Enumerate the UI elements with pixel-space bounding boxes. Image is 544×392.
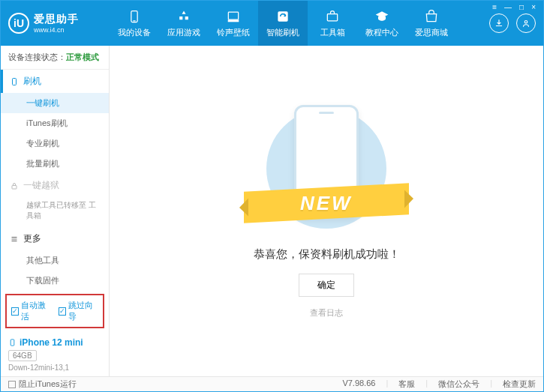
brand-url: www.i4.cn (34, 26, 79, 34)
sidebar-item-pro-flash[interactable]: 专业刷机 (1, 133, 109, 154)
checkbox-label: 阻止iTunes运行 (19, 379, 77, 390)
support-link[interactable]: 客服 (398, 379, 415, 390)
checkbox-block-itunes[interactable]: 阻止iTunes运行 (8, 379, 77, 390)
window-controls: ≡ — □ × (489, 1, 539, 13)
success-message: 恭喜您，保资料刷机成功啦！ (254, 247, 400, 262)
nav-ringtones[interactable]: 铃声壁纸 (209, 1, 258, 46)
sidebar-group-flash[interactable]: 刷机 (1, 70, 109, 93)
logo-icon: iU (8, 13, 29, 34)
store-icon (424, 9, 439, 24)
jailbreak-note: 越狱工具已转移至 工具箱 (1, 197, 109, 227)
download-button[interactable] (489, 13, 509, 33)
options-box: ✓ 自动激活 ✓ 跳过向导 (5, 294, 104, 328)
checkbox-label: 跳过向导 (68, 300, 98, 322)
sidebar-item-itunes-flash[interactable]: iTunes刷机 (1, 113, 109, 133)
more-icon (10, 235, 19, 244)
checkbox-icon: ✓ (59, 307, 66, 316)
group-label: 刷机 (23, 75, 41, 88)
logo-area: iU 爱思助手 www.i4.cn (1, 1, 110, 46)
menu-icon[interactable]: ≡ (489, 3, 500, 11)
refresh-icon (275, 9, 290, 24)
svg-rect-8 (12, 185, 17, 189)
sidebar-item-oneclick-flash[interactable]: 一键刷机 (1, 93, 109, 113)
sidebar: 设备连接状态：正常模式 刷机 一键刷机 iTunes刷机 专业刷机 批量刷机 (1, 46, 110, 378)
sidebar-item-other-tools[interactable]: 其他工具 (1, 250, 109, 271)
device-name[interactable]: iPhone 12 mini (8, 337, 101, 348)
maximize-button[interactable]: □ (516, 3, 527, 11)
checkbox-icon (8, 381, 16, 388)
nav-label: 教程中心 (365, 27, 398, 38)
sidebar-item-download-firmware[interactable]: 下载固件 (1, 271, 109, 291)
svg-rect-5 (327, 13, 337, 20)
main-content: NEW 恭喜您，保资料刷机成功啦！ 确定 查看日志 (110, 46, 543, 378)
nav-toolbox[interactable]: 工具箱 (308, 1, 357, 46)
checkbox-icon: ✓ (11, 307, 19, 316)
phone-icon (127, 9, 142, 24)
nav-apps-games[interactable]: 应用游戏 (159, 1, 209, 46)
sidebar-group-jailbreak[interactable]: 一键越狱 (1, 174, 109, 197)
nav-store[interactable]: 爱思商城 (407, 1, 456, 46)
ok-button[interactable]: 确定 (299, 274, 354, 297)
svg-rect-12 (11, 340, 14, 346)
group-label: 更多 (23, 232, 41, 245)
phone-icon (8, 337, 17, 348)
nav-label: 工具箱 (320, 27, 345, 38)
user-button[interactable] (516, 13, 536, 33)
lock-icon (10, 181, 19, 190)
wechat-link[interactable]: 微信公众号 (438, 379, 479, 390)
nav-my-device[interactable]: 我的设备 (110, 1, 159, 46)
main-nav: 我的设备 应用游戏 铃声壁纸 智能刷机 工具箱 教程中心 (110, 1, 489, 46)
check-update-link[interactable]: 检查更新 (503, 379, 536, 390)
svg-rect-2 (228, 12, 238, 19)
svg-rect-4 (278, 11, 287, 21)
status-value: 正常模式 (66, 52, 99, 61)
svg-point-6 (524, 21, 527, 24)
checkbox-auto-activate[interactable]: ✓ 自动激活 (11, 300, 51, 322)
minimize-button[interactable]: — (501, 3, 515, 11)
group-label: 一键越狱 (23, 179, 59, 192)
storage-badge: 64GB (8, 350, 37, 361)
toolbox-icon (325, 9, 340, 24)
nav-tutorials[interactable]: 教程中心 (357, 1, 407, 46)
checkbox-skip-guide[interactable]: ✓ 跳过向导 (59, 300, 98, 322)
user-icon (521, 18, 531, 28)
nav-smart-flash[interactable]: 智能刷机 (258, 1, 308, 46)
sidebar-group-more[interactable]: 更多 (1, 227, 109, 250)
nav-label: 铃声壁纸 (217, 27, 250, 38)
footer: 阻止iTunes运行 V7.98.66 | 客服 | 微信公众号 | 检查更新 (1, 376, 543, 391)
wallpaper-icon (226, 9, 241, 24)
app-header: ≡ — □ × iU 爱思助手 www.i4.cn 我的设备 应用游戏 铃声壁纸 (1, 1, 543, 46)
success-illustration: NEW (244, 105, 409, 232)
status-label: 设备连接状态： (8, 52, 66, 61)
nav-label: 爱思商城 (415, 27, 448, 38)
svg-rect-3 (228, 20, 238, 22)
close-button[interactable]: × (528, 3, 539, 11)
nav-label: 智能刷机 (266, 27, 299, 38)
brand-name: 爱思助手 (34, 13, 79, 26)
device-panel: iPhone 12 mini 64GB Down-12mini-13,1 (1, 331, 109, 378)
version-label: V7.98.66 (342, 379, 375, 390)
download-icon (494, 18, 504, 28)
view-log-link[interactable]: 查看日志 (310, 307, 343, 319)
phone-icon (10, 77, 19, 86)
nav-label: 应用游戏 (167, 27, 200, 38)
graduation-icon (374, 9, 389, 24)
checkbox-label: 自动激活 (21, 300, 51, 322)
sidebar-item-batch-flash[interactable]: 批量刷机 (1, 154, 109, 174)
nav-label: 我的设备 (118, 27, 151, 38)
svg-rect-7 (13, 78, 17, 85)
apps-icon (176, 9, 191, 24)
device-meta: Down-12mini-13,1 (8, 364, 101, 372)
new-banner: NEW (244, 183, 409, 223)
connection-status: 设备连接状态：正常模式 (1, 46, 109, 70)
